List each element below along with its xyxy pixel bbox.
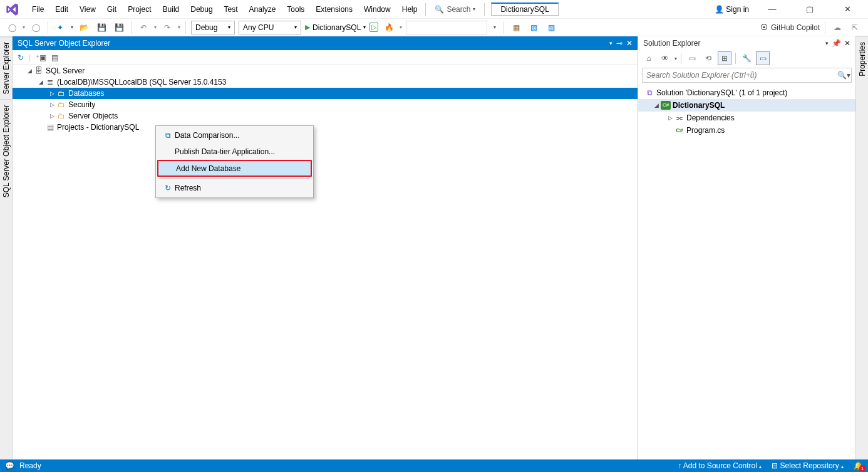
undo-icon[interactable]: ↶ [137,21,150,34]
group-icon[interactable]: ▤ [51,53,58,62]
save-all-icon[interactable]: 💾 [112,21,126,34]
solution-search-input[interactable] [643,71,836,80]
node-instance[interactable]: ◢ ≣ (LocalDB)\MSSQLLocalDB (SQL Server 1… [13,76,638,88]
maximize-button[interactable]: ▢ [795,4,824,14]
node-dependencies[interactable]: ▷ ⫘ Dependencies [638,112,855,124]
new-item-icon[interactable]: ✦ [53,21,67,34]
status-label: Select Repository [780,461,839,470]
select-repository[interactable]: ⊟ Select Repository ▴ [772,461,844,470]
node-databases[interactable]: ▷ 🗀 Databases [13,88,638,99]
menu-help[interactable]: Help [396,0,423,19]
right-side-tabs: Properties [855,36,868,459]
platform-select[interactable]: Any CPU ▾ [239,21,301,34]
home-icon[interactable]: ⌂ [642,51,656,65]
menu-debug[interactable]: Debug [185,0,218,19]
search-box[interactable] [406,21,487,34]
menu-build[interactable]: Build [157,0,185,19]
menu-edit[interactable]: Edit [49,0,74,19]
close-panel-icon[interactable]: ✕ [626,39,633,48]
copilot-label: GitHub Copilot [771,23,820,32]
add-to-source-control[interactable]: ↑ Add to Source Control ▴ [678,461,762,470]
node-label: DictionarySQL [671,100,725,111]
window-position-icon[interactable]: ▾ [609,40,612,46]
node-label: SQL Server [44,65,85,76]
node-project[interactable]: ◢ C# DictionarySQL [638,99,855,112]
start-no-debug-icon[interactable]: ▷ [369,23,378,32]
pending-icon[interactable]: ▭ [685,51,699,65]
left-side-tabs: Server Explorer SQL Server Object Explor… [0,36,13,459]
minimize-button[interactable]: — [758,4,787,14]
ctx-add-new-database[interactable]: Add New Database [157,160,312,177]
start-button[interactable]: ▶ DictionarySQL ▾ [305,23,366,32]
menu-file[interactable]: File [26,0,49,19]
open-icon[interactable]: 📂 [77,21,91,34]
menu-tools[interactable]: Tools [281,0,310,19]
close-button[interactable]: ✕ [833,4,862,14]
sql-server-object-explorer: SQL Server Object Explorer ▾ ⊸ ✕ ↻ | ⁺▣ … [13,36,638,459]
active-tab[interactable]: DictionarySQL [491,3,558,16]
save-icon[interactable]: 💾 [95,21,108,34]
search-label: Search [447,5,470,14]
chevron-icon: ▾ [674,56,677,61]
solution-search[interactable]: 🔍▾ [642,68,852,83]
properties-icon[interactable]: 🔧 [740,51,753,65]
redo-icon[interactable]: ↷ [160,21,174,34]
menu-window[interactable]: Window [358,0,396,19]
pin-icon[interactable]: ⊸ [616,39,623,48]
sign-in-label: Sign in [726,5,749,14]
chevron-icon: ▾ [71,24,73,30]
toolbar-btn-2[interactable]: ▧ [527,21,540,34]
node-sql-server[interactable]: ◢ 🗄 SQL Server [13,65,638,76]
menu-view[interactable]: View [74,0,101,19]
github-copilot[interactable]: ⦿ GitHub Copilot [760,23,820,32]
sign-in[interactable]: 👤 Sign in [715,5,749,14]
menu-test[interactable]: Test [219,0,244,19]
menu-git[interactable]: Git [101,0,122,19]
add-server-icon[interactable]: ⁺▣ [36,53,46,62]
tab-properties[interactable]: Properties [856,36,868,81]
chevron-icon: ▾ [23,24,25,30]
menu-project[interactable]: Project [122,0,157,19]
ctx-data-comparison[interactable]: ⧉ Data Comparison... [157,127,312,144]
notifications[interactable]: 🔔 1 [854,461,863,470]
config-select[interactable]: Debug ▾ [191,21,235,34]
start-label: DictionarySQL [313,23,361,32]
cloud-icon[interactable]: ☁ [830,21,844,34]
hot-reload-icon[interactable]: 🔥 [382,21,396,34]
nav-fwd-button[interactable]: ◯ [29,21,43,34]
toolbar-btn-1[interactable]: ▦ [509,21,523,34]
preview-icon[interactable]: ▭ [756,51,770,65]
node-solution[interactable]: ⧉ Solution 'DictionarySQL' (1 of 1 proje… [638,87,855,99]
node-projects[interactable]: ▷ ▤ Projects - DictionarySQL [13,122,638,133]
search-icon[interactable]: 🔍▾ [836,71,851,80]
share-icon[interactable]: ⇱ [848,21,862,34]
tab-server-explorer[interactable]: Server Explorer [0,36,12,99]
node-program-cs[interactable]: C# Program.cs [638,124,855,137]
refresh-icon[interactable]: ↻ [18,53,24,62]
pin-icon[interactable]: 📌 [832,39,841,48]
play-icon: ▶ [305,23,310,31]
ctx-refresh[interactable]: ↻ Refresh [157,180,312,196]
switch-views-icon[interactable]: 👁 [658,51,672,65]
toolbar-btn-3[interactable]: ▨ [544,21,558,34]
status-bar: 💬 Ready ↑ Add to Source Control ▴ ⊟ Sele… [0,459,868,472]
menu-bar: File Edit View Git Project Build Debug T… [0,0,868,19]
csproj-icon: C# [661,101,671,110]
ctx-publish-data-tier[interactable]: Publish Data-tier Application... [157,144,312,160]
menu-analyze[interactable]: Analyze [244,0,282,19]
menu-search[interactable]: 🔍 Search ▾ [428,5,482,14]
panel-title: Solution Explorer [643,39,700,48]
show-all-icon[interactable]: ⊞ [718,51,731,65]
menu-extensions[interactable]: Extensions [310,0,358,19]
close-panel-icon[interactable]: ✕ [844,39,850,48]
window-position-icon[interactable]: ▾ [825,40,829,46]
node-label: Program.cs [685,125,725,136]
node-server-objects[interactable]: ▷ 🗀 Server Objects [13,110,638,122]
sync-icon[interactable]: ⟲ [701,51,715,65]
output-icon[interactable]: 💬 [5,461,14,470]
chevron-down-icon: ▾ [294,24,297,30]
node-security[interactable]: ▷ 🗀 Security [13,99,638,110]
nav-back-button[interactable]: ◯ [5,21,19,34]
panel-title-bar: SQL Server Object Explorer ▾ ⊸ ✕ [13,36,638,50]
tab-sql-server-object-explorer[interactable]: SQL Server Object Explorer [0,99,12,202]
